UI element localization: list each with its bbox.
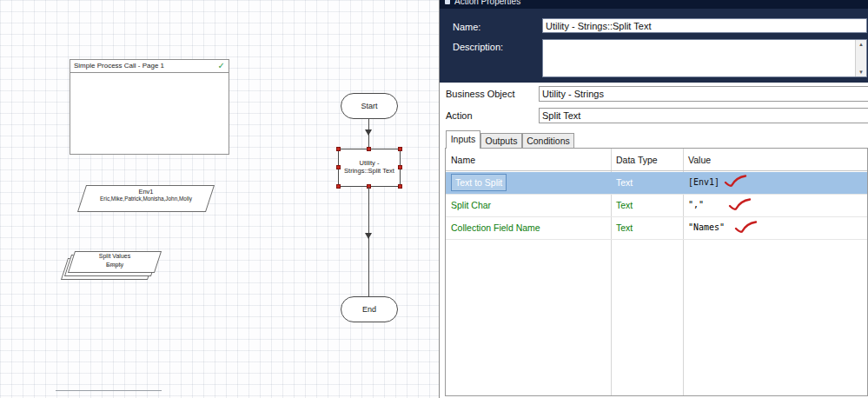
red-check-annotation (724, 175, 747, 189)
param-value[interactable]: [Env1] (683, 172, 867, 193)
end-node[interactable]: End (341, 296, 398, 322)
header-value: Value (683, 149, 711, 171)
name-input[interactable] (542, 18, 867, 33)
data-item-env1[interactable]: Env1 Eric,Mike,Patrick,Monisha,John,Moll… (82, 185, 210, 212)
param-value[interactable]: "Names" (683, 217, 867, 238)
selection-handle[interactable] (367, 147, 371, 151)
description-box: ▲ ▼ (542, 39, 867, 77)
red-check-annotation (728, 198, 752, 213)
selection-handle[interactable] (336, 165, 341, 169)
action-input[interactable] (539, 108, 868, 123)
param-name: Text to Split (451, 174, 507, 191)
description-textarea[interactable] (543, 40, 855, 76)
page-info-box[interactable]: Simple Process Call - Page 1 ✓ (70, 59, 229, 155)
selection-handle[interactable] (398, 147, 402, 151)
param-type: Text (611, 195, 683, 216)
param-type: Text (611, 172, 683, 193)
start-label: Start (361, 102, 377, 110)
action-node-label: Utility - Strings::Split Text (341, 160, 398, 175)
table-row-text-to-split[interactable]: Text to Split Text [Env1] (446, 172, 867, 195)
param-name: Collection Field Name (446, 217, 611, 238)
action-node-split-text[interactable]: Utility - Strings::Split Text (338, 149, 401, 187)
scroll-up-icon[interactable]: ▲ (856, 40, 866, 49)
panel-title-bar[interactable]: Action Properties (440, 0, 868, 9)
header-name: Name (446, 149, 475, 171)
selection-handle[interactable] (336, 147, 341, 151)
header-data-type: Data Type (611, 149, 658, 171)
connector-action-end (368, 187, 369, 296)
collection-split-values[interactable]: Split Values Empty (71, 251, 158, 273)
app-window: Simple Process Call - Page 1 ✓ Start Uti… (0, 0, 868, 398)
partial-shape-edge (56, 390, 162, 391)
process-canvas[interactable]: Simple Process Call - Page 1 ✓ Start Uti… (0, 0, 439, 398)
data-item-value: Eric,Mike,Patrick,Monisha,John,Molly (82, 196, 210, 202)
validated-check-icon: ✓ (218, 60, 225, 72)
collection-name: Split Values (71, 252, 158, 261)
panel-header-section: Name: Description: ▲ ▼ (440, 9, 868, 83)
tab-conditions[interactable]: Conditions (522, 133, 574, 148)
param-value[interactable]: "," (683, 195, 867, 216)
selection-handle[interactable] (398, 184, 402, 189)
arrowhead-down-icon (365, 129, 372, 136)
description-label: Description: (453, 42, 503, 52)
table-row-collection-field-name[interactable]: Collection Field Name Text "Names" (446, 217, 867, 240)
start-node[interactable]: Start (341, 93, 398, 119)
business-object-label: Business Object (446, 89, 514, 99)
table-header-row: Name Data Type Value (446, 149, 867, 171)
action-label: Action (446, 110, 473, 121)
arrowhead-down-icon (365, 233, 372, 239)
business-object-input[interactable] (539, 86, 868, 102)
selection-handle[interactable] (336, 184, 341, 189)
page-info-header: Simple Process Call - Page 1 ✓ (70, 60, 229, 73)
param-name: Split Char (446, 195, 611, 216)
red-check-annotation (734, 221, 758, 235)
collection-value: Empty (71, 261, 158, 269)
table-row-split-char[interactable]: Split Char Text "," (446, 195, 867, 217)
tab-inputs[interactable]: Inputs (446, 130, 480, 149)
end-label: End (362, 305, 376, 314)
scroll-down-icon[interactable]: ▼ (856, 68, 866, 76)
selection-handle[interactable] (398, 165, 402, 169)
data-item-name: Env1 (82, 188, 210, 196)
name-label: Name: (453, 22, 480, 32)
tab-outputs[interactable]: Outputs (480, 133, 522, 148)
inputs-table: Name Data Type Value Text to Split Text … (445, 148, 868, 396)
description-scrollbar[interactable]: ▲ ▼ (855, 40, 866, 76)
panel-title: Action Properties (454, 0, 520, 6)
action-properties-panel: Action Properties Name: Description: ▲ ▼… (439, 0, 868, 398)
page-title: Simple Process Call - Page 1 (74, 60, 164, 72)
param-type: Text (611, 217, 683, 238)
window-icon (445, 0, 450, 4)
